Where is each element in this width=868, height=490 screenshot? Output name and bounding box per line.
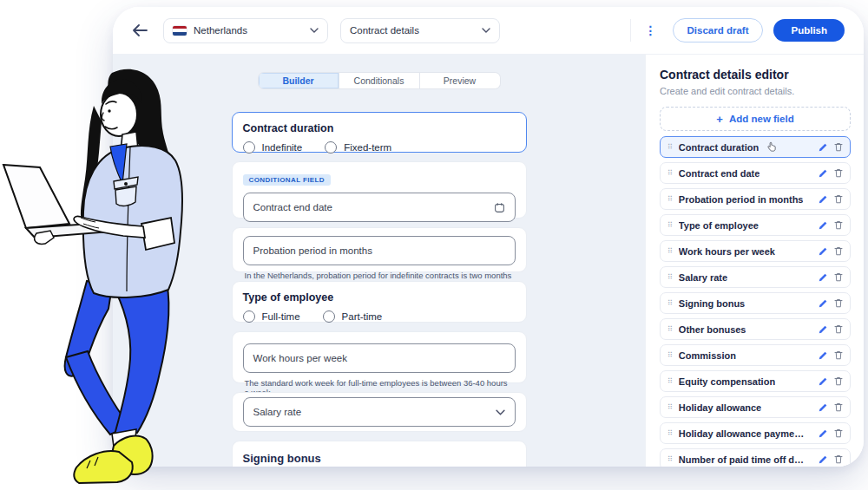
delete-icon[interactable] [834, 402, 843, 412]
field-row-contract-duration[interactable]: ⠿ Contract duration [660, 136, 851, 158]
drag-handle-icon[interactable]: ⠿ [667, 404, 673, 411]
input-value: Probation period in months [253, 245, 505, 256]
radio-indefinite[interactable]: Indefinite [243, 141, 303, 154]
probation-period-input[interactable]: Probation period in months [243, 236, 516, 265]
delete-icon[interactable] [834, 168, 843, 178]
edit-icon[interactable] [819, 194, 828, 204]
salary-rate-select[interactable]: Salary rate [243, 397, 516, 427]
field-row-label: Holiday allowance payment fre... [679, 428, 806, 439]
calendar-icon [494, 202, 505, 213]
add-new-field-button[interactable]: + Add new field [660, 107, 851, 131]
panel-subtitle: Create and edit contract details. [660, 86, 851, 96]
field-row-work-hours[interactable]: ⠿ Work hours per week [660, 240, 851, 262]
template-select[interactable]: Contract details [340, 18, 500, 43]
signing-bonus-card[interactable]: Signing bonus Do you want to include a o… [232, 441, 527, 467]
field-row-holiday-allowance[interactable]: ⠿ Holiday allowance [660, 396, 851, 418]
edit-icon[interactable] [819, 298, 828, 308]
panel-title: Contract details editor [660, 68, 851, 82]
edit-icon[interactable] [819, 272, 828, 282]
radio-part-time[interactable]: Part-time [323, 310, 383, 323]
chevron-down-icon [482, 28, 490, 33]
field-row-salary-rate[interactable]: ⠿ Salary rate [660, 266, 851, 288]
field-row-label: Signing bonus [679, 298, 745, 309]
delete-icon[interactable] [834, 298, 843, 308]
drag-handle-icon[interactable]: ⠿ [667, 352, 673, 359]
discard-draft-button[interactable]: Discard draft [673, 18, 764, 42]
edit-icon[interactable] [819, 428, 828, 438]
salary-rate-card[interactable]: Salary rate [232, 392, 527, 432]
delete-icon[interactable] [834, 376, 843, 386]
edit-icon[interactable] [819, 142, 828, 152]
contract-details-editor-panel: Contract details editor Create and edit … [645, 55, 864, 467]
more-options-icon[interactable]: ⋮ [645, 24, 657, 36]
edit-icon[interactable] [819, 402, 828, 412]
header-divider [630, 19, 631, 42]
contract-end-date-card[interactable]: CONDITIONAL FIELD Contract end date [232, 161, 527, 219]
drag-handle-icon[interactable]: ⠿ [667, 430, 673, 437]
contract-end-date-input[interactable]: Contract end date [243, 193, 516, 222]
drag-handle-icon[interactable]: ⠿ [667, 300, 673, 307]
delete-icon[interactable] [834, 142, 843, 152]
drag-handle-icon[interactable]: ⠿ [667, 274, 673, 281]
field-row-equity-compensation[interactable]: ⠿ Equity compensation [660, 370, 851, 392]
field-row-label: Commission [679, 350, 736, 361]
drag-handle-icon[interactable]: ⠿ [667, 456, 673, 463]
delete-icon[interactable] [834, 246, 843, 256]
drag-handle-icon[interactable]: ⠿ [667, 144, 673, 151]
drag-handle-icon[interactable]: ⠿ [667, 326, 673, 333]
edit-icon[interactable] [819, 168, 828, 178]
delete-icon[interactable] [834, 324, 843, 334]
field-row-paid-time-off[interactable]: ⠿ Number of paid time off days [660, 448, 851, 467]
field-row-probation-period[interactable]: ⠿ Probation period in months [660, 188, 851, 210]
radio-fixed-term[interactable]: Fixed-term [325, 141, 391, 154]
field-row-contract-end-date[interactable]: ⠿ Contract end date [660, 162, 851, 184]
delete-icon[interactable] [834, 454, 843, 464]
field-row-label: Holiday allowance [679, 402, 761, 413]
country-select[interactable]: Netherlands [163, 18, 328, 43]
input-value: Work hours per week [253, 353, 505, 363]
field-title: Signing bonus [243, 452, 516, 465]
back-arrow-icon[interactable] [132, 24, 148, 36]
radio-label: Full-time [262, 311, 300, 322]
radio-circle-icon [243, 141, 255, 154]
field-row-signing-bonus[interactable]: ⠿ Signing bonus [660, 292, 851, 314]
edit-icon[interactable] [819, 350, 828, 360]
drag-handle-icon[interactable]: ⠿ [667, 222, 673, 229]
edit-icon[interactable] [819, 220, 828, 230]
field-row-other-bonuses[interactable]: ⠿ Other bonuses [660, 318, 851, 340]
delete-icon[interactable] [834, 272, 843, 282]
contract-duration-card[interactable]: Contract duration Indefinite Fixed-term [232, 112, 527, 153]
drag-handle-icon[interactable]: ⠿ [667, 248, 673, 255]
plus-icon: + [716, 114, 723, 125]
delete-icon[interactable] [834, 220, 843, 230]
delete-icon[interactable] [834, 428, 843, 438]
field-row-holiday-allowance-frequency[interactable]: ⠿ Holiday allowance payment fre... [660, 422, 851, 444]
field-row-label: Work hours per week [679, 246, 775, 257]
probation-period-card[interactable]: Probation period in months In the Nether… [232, 227, 527, 272]
edit-icon[interactable] [819, 246, 828, 256]
conditional-field-badge: CONDITIONAL FIELD [243, 174, 332, 186]
delete-icon[interactable] [834, 350, 843, 360]
drag-handle-icon[interactable]: ⠿ [667, 170, 673, 177]
work-hours-card[interactable]: Work hours per week The standard work we… [232, 331, 527, 383]
edit-icon[interactable] [819, 376, 828, 386]
field-row-type-of-employee[interactable]: ⠿ Type of employee [660, 214, 851, 236]
edit-icon[interactable] [819, 324, 828, 334]
publish-button[interactable]: Publish [773, 19, 845, 42]
tab-conditionals[interactable]: Conditionals [339, 73, 420, 88]
work-hours-input[interactable]: Work hours per week [243, 343, 516, 373]
tab-builder[interactable]: Builder [259, 73, 339, 88]
edit-icon[interactable] [819, 454, 828, 464]
radio-full-time[interactable]: Full-time [243, 310, 300, 323]
drag-handle-icon[interactable]: ⠿ [667, 378, 673, 385]
drag-handle-icon[interactable]: ⠿ [667, 196, 673, 203]
delete-icon[interactable] [834, 194, 843, 204]
radio-label: Part-time [342, 311, 383, 322]
field-row-label: Contract end date [679, 168, 760, 179]
type-of-employee-card[interactable]: Type of employee Full-time Part-time [232, 281, 527, 323]
field-row-label: Other bonuses [679, 324, 746, 335]
tab-preview[interactable]: Preview [420, 73, 500, 88]
field-row-commission[interactable]: ⠿ Commission [660, 344, 851, 366]
radio-label: Fixed-term [344, 142, 391, 153]
netherlands-flag-icon [173, 26, 187, 36]
